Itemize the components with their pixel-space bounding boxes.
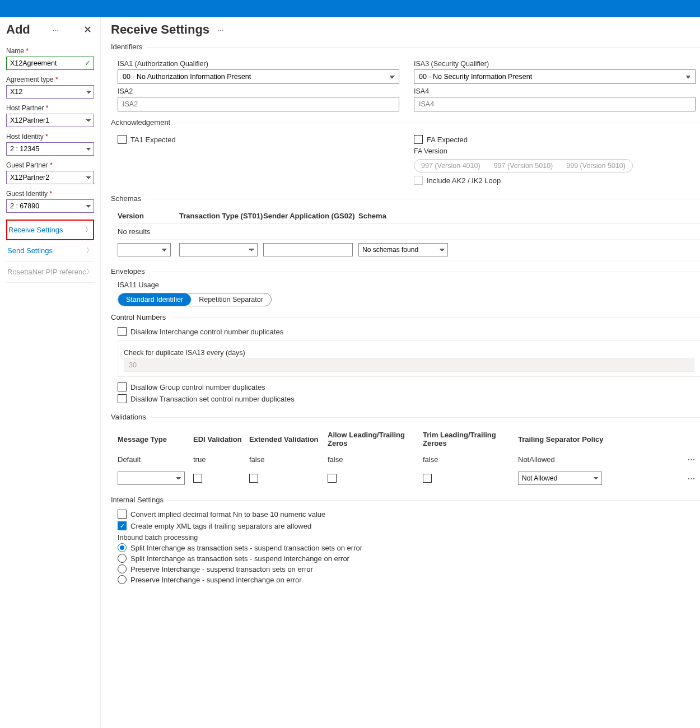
add-title: Add xyxy=(6,22,30,37)
schema-version-select[interactable] xyxy=(118,243,171,256)
isa3-select[interactable]: 00 - No Security Information Present xyxy=(414,69,696,84)
isa2-label: ISA2 xyxy=(118,87,399,95)
isa2-input[interactable] xyxy=(118,97,399,111)
row-more-icon[interactable]: ··· xyxy=(688,455,696,464)
guest-identity-select[interactable]: 2 : 67890 xyxy=(6,199,94,213)
disallow-interchange-checkbox[interactable] xyxy=(118,327,127,336)
val-ext-checkbox[interactable] xyxy=(249,474,258,483)
validation-row: Default true false false false NotAllowe… xyxy=(118,451,700,468)
row-more-icon[interactable]: ··· xyxy=(688,474,696,483)
repetition-separator-pill[interactable]: Repetition Separator xyxy=(191,293,271,306)
check-isa13-input xyxy=(124,358,694,372)
disallow-transaction-checkbox[interactable] xyxy=(118,394,127,403)
name-input[interactable] xyxy=(6,57,94,70)
check-icon: ✓ xyxy=(85,59,91,67)
host-identity-select[interactable]: 2 : 12345 xyxy=(6,142,94,156)
host-partner-label: Host Partner xyxy=(6,104,94,112)
receive-settings-link[interactable]: Receive Settings 〉 xyxy=(6,220,94,240)
guest-identity-label: Guest Identity xyxy=(6,190,94,198)
val-edi-checkbox[interactable] xyxy=(193,474,202,483)
batch-radio-2[interactable] xyxy=(118,564,127,573)
schema-tt-select[interactable] xyxy=(179,243,258,256)
chevron-right-icon: 〉 xyxy=(85,225,92,235)
batch-label: Inbound batch processing xyxy=(118,534,700,542)
isa11-toggle[interactable]: Standard Identifier Repetition Separator xyxy=(118,293,272,306)
guest-partner-label: Guest Partner xyxy=(6,161,94,169)
close-icon[interactable]: ✕ xyxy=(81,22,94,37)
host-partner-select[interactable]: X12Partner1 xyxy=(6,114,94,127)
guest-partner-select[interactable]: X12Partner2 xyxy=(6,171,94,184)
internal-settings-section: Internal Settings Convert implied decima… xyxy=(111,500,700,592)
add-panel: Add ··· ✕ Name ✓ Agreement type X12 Host… xyxy=(0,17,101,728)
convert-decimal-checkbox[interactable] xyxy=(118,510,127,519)
isa1-label: ISA1 (Authorization Qualifier) xyxy=(118,60,399,68)
fa-version-segment: 997 (Version 4010) 997 (Version 5010) 99… xyxy=(414,159,633,172)
agreement-type-select[interactable]: X12 xyxy=(6,85,94,99)
isa1-select[interactable]: 00 - No Authorization Information Presen… xyxy=(118,69,399,84)
fa-checkbox[interactable] xyxy=(414,135,423,144)
check-isa13-label: Check for duplicate ISA13 every (days) xyxy=(124,349,694,357)
top-bar xyxy=(0,0,700,17)
chevron-right-icon: 〉 xyxy=(86,246,93,255)
standard-identifier-pill[interactable]: Standard Identifier xyxy=(118,293,191,306)
settings-more-icon[interactable]: ··· xyxy=(215,25,226,34)
disallow-group-checkbox[interactable] xyxy=(118,382,127,391)
name-label: Name xyxy=(6,47,94,55)
batch-radio-0[interactable] xyxy=(118,543,127,552)
isa4-label: ISA4 xyxy=(414,87,696,95)
val-policy-select[interactable]: Not Allowed xyxy=(518,472,602,485)
fa-version-label: FA Version xyxy=(414,147,696,155)
acknowledgement-section: Acknowledgement TA1 Expected FA Expected… xyxy=(111,123,700,194)
schema-sa-input[interactable] xyxy=(263,243,353,256)
identifiers-section: Identifiers ISA1 (Authorization Qualifie… xyxy=(111,47,700,118)
rosettanet-link[interactable]: RosettaNet PIP referenc 〉 xyxy=(6,262,94,283)
receive-settings-title: Receive Settings xyxy=(111,22,209,37)
send-settings-link[interactable]: Send Settings 〉 xyxy=(6,240,94,262)
host-identity-label: Host Identity xyxy=(6,133,94,141)
batch-radio-3[interactable] xyxy=(118,575,127,584)
receive-settings-panel: Receive Settings ··· Identifiers ISA1 (A… xyxy=(101,17,700,728)
isa4-input[interactable] xyxy=(414,97,696,111)
no-results-text: No results xyxy=(118,227,151,236)
agreement-type-label: Agreement type xyxy=(6,76,94,83)
val-msgtype-select[interactable] xyxy=(118,472,185,485)
val-allow-checkbox[interactable] xyxy=(328,474,337,483)
schema-select[interactable]: No schemas found xyxy=(358,243,448,256)
envelopes-section: Envelopes ISA11 Usage Standard Identifie… xyxy=(111,272,700,313)
control-numbers-section: Control Numbers Disallow Interchange con… xyxy=(111,318,700,413)
validations-section: Validations Message Type EDI Validation … xyxy=(111,417,700,496)
isa11-label: ISA11 Usage xyxy=(118,281,700,289)
batch-radio-1[interactable] xyxy=(118,554,127,563)
ta1-checkbox[interactable] xyxy=(118,135,127,144)
val-trim-checkbox[interactable] xyxy=(423,474,432,483)
schemas-section: Schemas Version Transaction Type (ST01) … xyxy=(111,199,700,267)
include-ak2-checkbox xyxy=(414,176,423,185)
create-empty-checkbox[interactable]: ✓ xyxy=(118,521,127,530)
isa3-label: ISA3 (Security Qualifier) xyxy=(414,60,696,68)
chevron-right-icon: 〉 xyxy=(86,267,93,277)
add-more-icon[interactable]: ··· xyxy=(50,25,62,34)
